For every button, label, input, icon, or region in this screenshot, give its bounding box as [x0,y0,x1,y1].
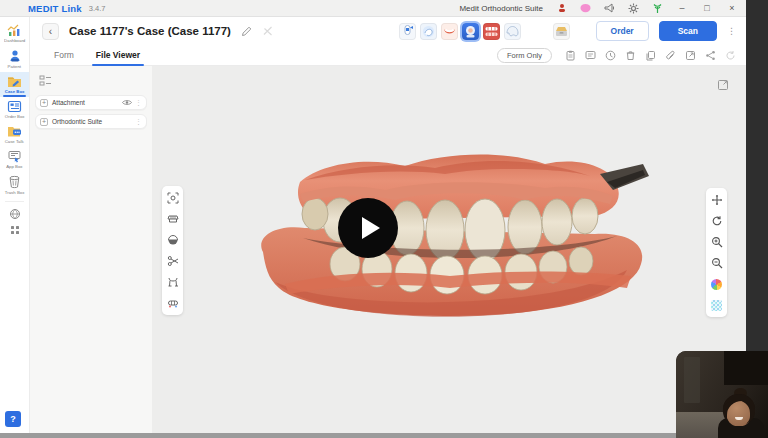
app-box-icon [7,150,22,163]
app-icon-scanner[interactable] [399,23,416,40]
sidebar-item-case-talk[interactable]: Case Talk [0,122,29,147]
globe-sync-icon [9,208,21,220]
visibility-eye-icon[interactable] [122,99,132,106]
zoom-out-icon[interactable] [711,257,723,269]
apps-grid-icon [10,225,20,235]
expand-plus-icon[interactable]: + [40,99,48,107]
titlebar: MEDIT Link 3.4.7 Medit Orthodontic Suite… [0,0,746,17]
maximize-button[interactable]: □ [701,3,713,13]
form-only-button[interactable]: Form Only [497,48,552,63]
case-drawer-icon[interactable] [553,23,570,40]
settings-gear-icon[interactable] [628,3,639,14]
item-menu-kebab[interactable]: ⋮ [135,118,142,126]
video-play-button[interactable] [338,198,398,258]
play-triangle-icon [362,217,380,239]
color-palette-icon[interactable] [711,278,723,290]
tab-file-viewer[interactable]: File Viewer [96,45,140,66]
sidebar-nav: Dashboard Patient Case Box Order Box Cas… [0,17,30,433]
webcam-door [684,357,700,403]
tree-item-orthodontic-suite[interactable]: + Orthodontic Suite ⋮ [35,114,147,129]
tabs-bar: Form File Viewer Form Only [30,45,746,66]
webcam-overlay[interactable] [676,351,768,438]
webcam-person [714,382,766,438]
app-logo: MEDIT Link [28,3,82,14]
fit-view-icon[interactable] [167,192,179,204]
sidebar-divider [5,201,24,202]
fullscreen-expand-icon[interactable] [717,79,729,91]
suite-name: Medit Orthodontic Suite [459,4,543,13]
sidebar-item-case-box[interactable]: Case Box [0,72,29,97]
expand-plus-icon[interactable]: + [40,118,48,126]
sync-refresh-icon[interactable] [725,50,736,61]
sidebar-item-label: App Box [6,164,22,168]
case-title: Case 1177's Case (Case 1177) [69,25,231,37]
history-clock-icon[interactable] [605,50,616,61]
sidebar-item-app-box[interactable]: App Box [0,147,29,172]
recording-user-icon[interactable] [556,3,567,14]
tree-item-attachment[interactable]: + Attachment ⋮ [35,95,147,110]
memo-icon[interactable] [585,50,596,61]
window-edge [0,433,746,438]
tree-list-icon[interactable] [39,74,52,87]
edit-pencil-icon[interactable] [241,26,252,37]
dashboard-chart-icon [7,24,22,37]
app-icon-smile-design[interactable] [441,23,458,40]
scan-button[interactable]: Scan [659,21,717,41]
sidebar-item-trash-box[interactable]: Trash Box [0,172,29,198]
dental-scan-model [245,142,655,322]
app-window: MEDIT Link 3.4.7 Medit Orthodontic Suite… [0,0,746,433]
sidebar-item-label: Dashboard [4,38,25,42]
sidebar-item-sync[interactable] [0,205,29,222]
sidebar-item-order-box[interactable]: Order Box [0,97,29,122]
sidebar-item-dashboard[interactable]: Dashboard [0,21,29,46]
form-clipboard-icon[interactable] [565,50,576,61]
help-button[interactable]: ? [5,411,21,427]
back-button[interactable]: ‹ [42,23,59,40]
tab-form[interactable]: Form [54,45,74,66]
app-icon-clear-aligner[interactable] [504,23,521,40]
webcam-furniture [724,351,768,385]
minimize-button[interactable]: – [676,3,688,13]
model-viewport[interactable] [152,66,746,433]
tree-item-label: Attachment [52,99,122,106]
viewer-toolbar: Form Only [497,48,736,63]
rotate-icon[interactable] [711,215,723,227]
sidebar-item-apps-grid[interactable] [0,222,29,237]
sidebar-item-patient[interactable]: Patient [0,46,29,72]
tab-form-label: Form [54,50,74,60]
sidebar-item-label: Order Box [5,114,25,118]
memo-link-icon[interactable] [262,26,274,37]
app-icon-design[interactable] [420,23,437,40]
order-box-card-icon [7,100,22,113]
close-button[interactable]: × [726,3,738,13]
attachment-paperclip-icon[interactable] [665,50,676,61]
announcement-icon[interactable] [604,3,615,14]
trash-box-icon [8,175,21,189]
file-tree-panel: + Attachment ⋮ + Orthodontic Suite ⋮ [30,66,152,433]
network-status-icon[interactable] [652,3,663,14]
pan-icon[interactable] [711,194,723,206]
zoom-in-icon[interactable] [711,236,723,248]
copy-icon[interactable] [645,50,656,61]
order-button[interactable]: Order [596,21,649,41]
sidebar-item-label: Case Talk [5,139,24,143]
app-icon-ortho-suite-active[interactable] [462,23,479,40]
cursor-highlight-icon [580,3,591,14]
articulator-icon[interactable] [167,276,179,288]
delete-trash-icon[interactable] [625,50,636,61]
sidebar-item-label: Patient [8,64,21,68]
segmentation-icon[interactable] [167,297,179,309]
sidebar-item-label: Case Box [5,89,25,93]
export-icon[interactable] [685,50,696,61]
model-base-icon[interactable] [167,213,179,225]
case-box-folder-icon [7,75,22,88]
share-icon[interactable] [705,50,716,61]
occlusal-view-icon[interactable] [167,234,179,246]
trim-scissors-icon[interactable] [167,255,179,267]
sidebar-item-label: Trash Box [5,190,25,194]
app-icon-occlusion[interactable] [483,23,500,40]
texture-toggle-icon[interactable] [711,299,723,311]
item-menu-kebab[interactable]: ⋮ [135,99,142,107]
more-options-kebab[interactable]: ⋮ [727,26,736,36]
patient-person-icon [8,49,22,63]
